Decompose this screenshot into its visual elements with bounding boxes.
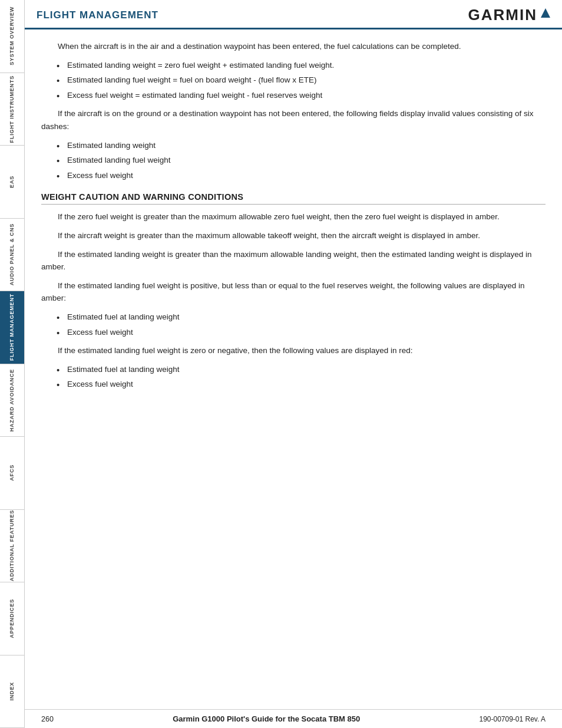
bullet-item: Estimated fuel at landing weight xyxy=(67,311,546,324)
bullet-item: Estimated fuel at landing weight xyxy=(67,363,546,376)
bullet-list-1: Estimated landing weight = zero fuel wei… xyxy=(67,59,546,102)
paragraph-2: If the aircraft is on the ground or a de… xyxy=(41,107,546,133)
bullet-item: Excess fuel weight xyxy=(67,378,546,391)
page-number: 260 xyxy=(41,715,54,723)
sidebar-tab-label-system-overview: SYSTEM OVERVIEW xyxy=(9,6,15,65)
sidebar-tab-flight-instruments[interactable]: FLIGHT INSTRUMENTS xyxy=(0,73,24,146)
bullet-item: Estimated landing weight = zero fuel wei… xyxy=(67,59,546,72)
bullet-item: Excess fuel weight xyxy=(67,326,546,339)
page-header: FLIGHT MANAGEMENT GARMIN xyxy=(25,0,562,29)
bullet-list-3: Estimated fuel at landing weight Excess … xyxy=(67,311,546,338)
sidebar-tab-additional-features[interactable]: ADDITIONAL FEATURES xyxy=(0,510,24,583)
main-content: FLIGHT MANAGEMENT GARMIN When the aircra… xyxy=(25,0,562,728)
sidebar-tab-label-appendices: APPENDICES xyxy=(9,599,15,638)
sidebar-tab-label-audio-panel-cns: AUDIO PANEL & CNS xyxy=(9,223,15,285)
bullet-item: Excess fuel weight xyxy=(67,169,546,182)
bullet-item: Estimated landing fuel weight xyxy=(67,154,546,167)
sidebar-tab-afcs[interactable]: AFCS xyxy=(0,437,24,510)
paragraph-4: If the aircraft weight is greater than t… xyxy=(41,229,546,242)
paragraph-3: If the zero fuel weight is greater than … xyxy=(41,210,546,223)
bullet-list-2: Estimated landing weight Estimated landi… xyxy=(67,139,546,182)
bullet-item: Excess fuel weight = estimated landing f… xyxy=(67,89,546,102)
section-heading-weight-caution: WEIGHT CAUTION AND WARNING CONDITIONS xyxy=(41,192,546,205)
footer-document-title: Garmin G1000 Pilot's Guide for the Socat… xyxy=(173,714,360,723)
paragraph-5: If the estimated landing weight is great… xyxy=(41,248,546,274)
sidebar-tab-system-overview[interactable]: SYSTEM OVERVIEW xyxy=(0,0,24,73)
sidebar-tab-label-afcs: AFCS xyxy=(9,465,15,481)
intro-paragraph: When the aircraft is in the air and a de… xyxy=(41,40,546,53)
sidebar-tab-label-additional-features: ADDITIONAL FEATURES xyxy=(9,510,15,581)
garmin-logo: GARMIN xyxy=(468,6,550,24)
page-title: FLIGHT MANAGEMENT xyxy=(37,9,158,21)
sidebar-tab-appendices[interactable]: APPENDICES xyxy=(0,582,24,655)
footer-part-number: 190-00709-01 Rev. A xyxy=(479,715,546,723)
sidebar-tab-label-flight-instruments: FLIGHT INSTRUMENTS xyxy=(9,75,15,143)
garmin-wordmark: GARMIN xyxy=(468,6,537,24)
garmin-triangle-icon xyxy=(541,8,550,18)
sidebar-tab-hazard-avoidance[interactable]: HAZARD AVOIDANCE xyxy=(0,364,24,437)
bullet-item: Estimated landing weight xyxy=(67,139,546,152)
bullet-list-4: Estimated fuel at landing weight Excess … xyxy=(67,363,546,391)
sidebar-tab-label-flight-management: FLIGHT MANAGEMENT xyxy=(9,294,15,361)
sidebar-tab-eas[interactable]: EAS xyxy=(0,146,24,219)
sidebar-tab-label-index: INDEX xyxy=(9,682,15,701)
sidebar-tab-label-eas: EAS xyxy=(9,176,15,188)
sidebar-tab-label-hazard-avoidance: HAZARD AVOIDANCE xyxy=(9,369,15,431)
sidebar-tab-index[interactable]: INDEX xyxy=(0,655,24,729)
bullet-item: Estimated landing fuel weight = fuel on … xyxy=(67,74,546,87)
sidebar: SYSTEM OVERVIEW FLIGHT INSTRUMENTS EAS A… xyxy=(0,0,25,728)
page-content: When the aircraft is in the air and a de… xyxy=(25,29,562,709)
page-footer: 260 Garmin G1000 Pilot's Guide for the S… xyxy=(25,709,562,728)
paragraph-6: If the estimated landing fuel weight is … xyxy=(41,279,546,305)
sidebar-tab-flight-management[interactable]: FLIGHT MANAGEMENT xyxy=(0,291,24,364)
sidebar-tab-audio-panel-cns[interactable]: AUDIO PANEL & CNS xyxy=(0,219,24,292)
paragraph-7: If the estimated landing fuel weight is … xyxy=(41,344,546,357)
